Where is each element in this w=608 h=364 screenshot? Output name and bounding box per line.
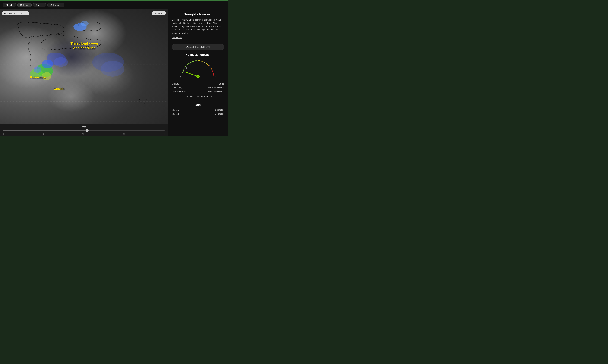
- kp-index-badge: Kp-index 1: [152, 11, 166, 15]
- svg-text:7: 7: [209, 65, 210, 67]
- map-svg: [0, 9, 168, 124]
- timeline-bar: [3, 130, 165, 131]
- timeline-progress: [3, 130, 87, 131]
- kp-max-tomorrow-label: Max tomorrow: [172, 90, 194, 94]
- sunrise-label: Sunrise: [172, 108, 194, 112]
- sunrise-value: 10:55 UTC: [194, 108, 224, 112]
- timeline-thumb[interactable]: [86, 129, 89, 132]
- svg-text:5: 5: [199, 60, 200, 62]
- sun-table: Sunrise 10:55 UTC Sunset 15:43 UTC: [172, 108, 224, 116]
- nav-satellite[interactable]: Satellite: [17, 2, 32, 7]
- kp-gauge-svg: 0 1 2 3 4 5 6 7 8: [179, 59, 217, 80]
- tick-12: 12: [82, 133, 84, 135]
- divider-2: [172, 101, 224, 101]
- kp-table: Activity Quiet Max today 2 Kpi at 00:00 …: [172, 82, 224, 94]
- kp-activity-label: Activity: [172, 82, 194, 86]
- kp-learn-more-link[interactable]: Learn more about the Kp-index: [172, 95, 224, 98]
- tick-0: 0: [3, 133, 4, 135]
- svg-text:6: 6: [204, 62, 205, 64]
- kp-max-today-label: Max today: [172, 86, 194, 90]
- svg-text:4: 4: [194, 61, 195, 63]
- forecast-title: Tonight's forecast: [172, 13, 224, 16]
- sun-section-title: Sun: [172, 103, 224, 106]
- svg-text:0: 0: [180, 76, 181, 78]
- timeline-day-label: Wed: [2, 126, 165, 128]
- map-timestamp: Wed, 4th Dec 11:00 UTC: [2, 11, 29, 15]
- svg-text:1: 1: [183, 71, 184, 73]
- kp-activity-value: Quiet: [194, 82, 224, 86]
- forecast-text: December 4: Low aurora activity tonight,…: [172, 18, 224, 35]
- kp-gauge-container: 0 1 2 3 4 5 6 7 8: [172, 59, 224, 80]
- tick-24: 0: [164, 133, 165, 135]
- main-content: Thin cloud coveror clear skies Rain/snow…: [0, 9, 228, 136]
- tick-6: 6: [43, 133, 44, 135]
- kp-max-today-row: Max today 2 Kpi at 00:00 UTC: [172, 86, 224, 90]
- kp-activity-row: Activity Quiet: [172, 82, 224, 86]
- svg-text:9: 9: [215, 76, 216, 78]
- sunset-row: Sunset 15:43 UTC: [172, 112, 224, 116]
- map-container[interactable]: Thin cloud coveror clear skies Rain/snow…: [0, 9, 168, 124]
- kp-gauge: 0 1 2 3 4 5 6 7 8: [179, 59, 217, 80]
- timeline-ticks: 0 6 12 18 0: [2, 133, 165, 135]
- timeline-section: Wed 0 6 12 18 0: [0, 124, 168, 136]
- date-pill[interactable]: Wed, 4th Dec 11:00 UTC: [172, 44, 224, 50]
- svg-text:8: 8: [213, 70, 214, 72]
- tick-18: 18: [123, 133, 125, 135]
- nav-clouds[interactable]: Clouds: [2, 2, 16, 7]
- svg-line-13: [186, 72, 198, 77]
- kp-max-tomorrow-row: Max tomorrow 2 Kpi at 00:00 UTC: [172, 90, 224, 94]
- kp-max-today-value: 2 Kpi at 00:00 UTC: [194, 86, 224, 90]
- svg-text:2: 2: [185, 67, 186, 69]
- sunset-label: Sunset: [172, 112, 194, 116]
- timeline-track[interactable]: [3, 129, 165, 132]
- svg-point-15: [197, 76, 199, 77]
- top-nav: Clouds Satellite Aurora Solar wind: [0, 1, 228, 9]
- sunrise-row: Sunrise 10:55 UTC: [172, 108, 224, 112]
- kp-max-tomorrow-value: 2 Kpi at 00:00 UTC: [194, 90, 224, 94]
- sunset-value: 15:43 UTC: [194, 112, 224, 116]
- svg-text:3: 3: [190, 64, 191, 65]
- nav-aurora[interactable]: Aurora: [33, 2, 46, 7]
- left-panel: Thin cloud coveror clear skies Rain/snow…: [0, 9, 168, 136]
- right-panel: Tonight's forecast December 4: Low auror…: [168, 9, 228, 136]
- nav-solar-wind[interactable]: Solar wind: [47, 2, 65, 7]
- read-more-link[interactable]: Read more: [172, 36, 224, 39]
- kp-section-title: Kp-index Forecast: [172, 53, 224, 56]
